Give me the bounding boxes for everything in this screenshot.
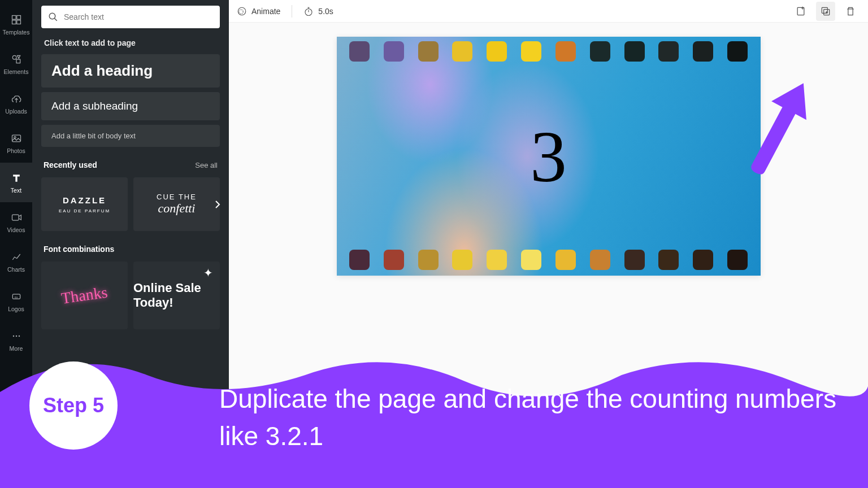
thumb-number: 3: [260, 457, 264, 467]
rail-photos[interactable]: Photos: [0, 123, 32, 163]
videos-icon: [10, 211, 23, 224]
horizontal-scrollbar[interactable]: ◂ ▸: [229, 436, 868, 443]
photos-icon: [10, 132, 23, 145]
elements-icon: [10, 53, 23, 66]
add-heading-button[interactable]: Add a heading: [41, 54, 220, 88]
add-page-button[interactable]: [791, 2, 810, 21]
film-sprockets-bottom: [337, 250, 761, 270]
template-subtitle: EAU DE PARFUM: [59, 208, 110, 213]
rail-elements[interactable]: Elements: [0, 44, 32, 84]
chevron-right-icon[interactable]: [211, 198, 224, 211]
page-index-label: 1: [260, 478, 263, 485]
canvas-area[interactable]: 3: [229, 23, 868, 436]
template-text: Thanks: [60, 283, 108, 307]
sprocket-hole: [727, 250, 748, 270]
sprocket-hole: [555, 41, 576, 62]
svg-rect-5: [16, 59, 20, 63]
more-icon: [10, 329, 23, 343]
recent-template-cue[interactable]: CUE THE confetti: [133, 177, 220, 231]
template-script: confetti: [158, 201, 196, 216]
uploads-icon: [10, 92, 23, 106]
svg-rect-3: [16, 20, 20, 24]
combo-template-thanks[interactable]: Thanks: [41, 262, 128, 329]
duration-button[interactable]: 5.0s: [303, 6, 333, 16]
sprocket-hole: [624, 41, 645, 62]
charts-icon: [10, 250, 23, 264]
sprocket-hole: [487, 250, 507, 270]
side-rail: Templates Elements Uploads Photos Text V…: [0, 0, 32, 488]
sprocket-hole: [452, 41, 472, 62]
rail-uploads[interactable]: Uploads: [0, 84, 32, 123]
rail-templates[interactable]: Templates: [0, 5, 32, 44]
rail-label: Text: [11, 187, 21, 194]
film-sprockets-top: [337, 41, 761, 62]
sprocket-hole: [349, 41, 370, 62]
cut-text: 41: [775, 445, 782, 452]
add-body-button[interactable]: Add a little bit of body text: [41, 125, 220, 147]
pages-strip: 3 1 + 41: [229, 443, 868, 488]
search-input[interactable]: [64, 12, 213, 21]
rail-label: Uploads: [5, 108, 27, 115]
sprocket-hole: [521, 41, 541, 62]
animate-label: Animate: [251, 7, 280, 16]
search-box[interactable]: [41, 6, 220, 28]
svg-point-13: [18, 336, 20, 337]
svg-rect-0: [12, 16, 16, 20]
logos-icon: co.: [10, 290, 23, 303]
duplicate-icon: [820, 6, 831, 17]
rail-videos[interactable]: Videos: [0, 202, 32, 242]
rail-logos[interactable]: co. Logos: [0, 281, 32, 321]
click-text-heading: Click text to add to page: [44, 38, 220, 47]
sprocket-hole: [384, 250, 404, 270]
font-combinations-title: Font combinations: [44, 245, 114, 254]
template-title: CUE THE: [157, 193, 197, 201]
rail-label: Photos: [7, 147, 25, 154]
duplicate-page-button[interactable]: Duplicate page: [816, 2, 835, 21]
rail-text[interactable]: Text: [0, 163, 32, 202]
recently-used-title: Recently used: [44, 160, 97, 169]
svg-rect-2: [12, 20, 16, 24]
scroll-left-arrow[interactable]: ◂: [233, 437, 236, 443]
canvas-number-text[interactable]: 3: [530, 114, 567, 199]
rail-label: Videos: [7, 226, 25, 233]
sprocket-hole: [693, 250, 713, 270]
animate-icon: [237, 6, 247, 16]
delete-page-button[interactable]: [841, 2, 860, 21]
sprocket-hole: [658, 41, 679, 62]
sprocket-hole: [727, 41, 748, 62]
svg-point-14: [49, 13, 55, 19]
search-icon: [48, 12, 58, 22]
rail-more[interactable]: More: [0, 321, 32, 360]
sprocket-hole: [487, 41, 507, 62]
animate-button[interactable]: Animate: [237, 6, 280, 16]
recent-template-dazzle[interactable]: DAZZLE EAU DE PARFUM: [41, 177, 128, 231]
sprocket-hole: [658, 250, 679, 270]
trash-icon: [845, 6, 856, 17]
chevron-down-icon: [546, 433, 552, 436]
add-subheading-button[interactable]: Add a subheading: [41, 92, 220, 120]
combo-template-sale[interactable]: ✦ Online Sale Today!: [133, 262, 220, 329]
sparkle-icon: ✦: [203, 266, 213, 280]
see-all-link[interactable]: See all: [195, 161, 218, 169]
rail-charts[interactable]: Charts: [0, 242, 32, 281]
scroll-right-arrow[interactable]: ▸: [861, 437, 863, 443]
sprocket-hole: [452, 250, 472, 270]
divider: [292, 5, 292, 18]
sprocket-hole: [418, 41, 439, 62]
svg-rect-1: [16, 16, 20, 20]
sprocket-hole: [349, 250, 370, 270]
sprocket-hole: [693, 41, 713, 62]
add-page-thumb[interactable]: +: [292, 448, 338, 476]
sprocket-hole: [521, 250, 541, 270]
templates-icon: [10, 13, 23, 27]
sprocket-hole: [418, 250, 439, 270]
canvas-toggle[interactable]: [532, 432, 566, 436]
sprocket-hole: [384, 41, 404, 62]
sprocket-hole: [590, 250, 610, 270]
rail-label: Logos: [8, 306, 24, 312]
page-thumbnail-1[interactable]: 3: [237, 448, 287, 476]
topbar: Animate 5.0s Duplicate page: [229, 0, 868, 23]
canvas-page[interactable]: 3: [337, 37, 761, 276]
svg-rect-18: [797, 7, 804, 15]
sprocket-hole: [590, 41, 610, 62]
